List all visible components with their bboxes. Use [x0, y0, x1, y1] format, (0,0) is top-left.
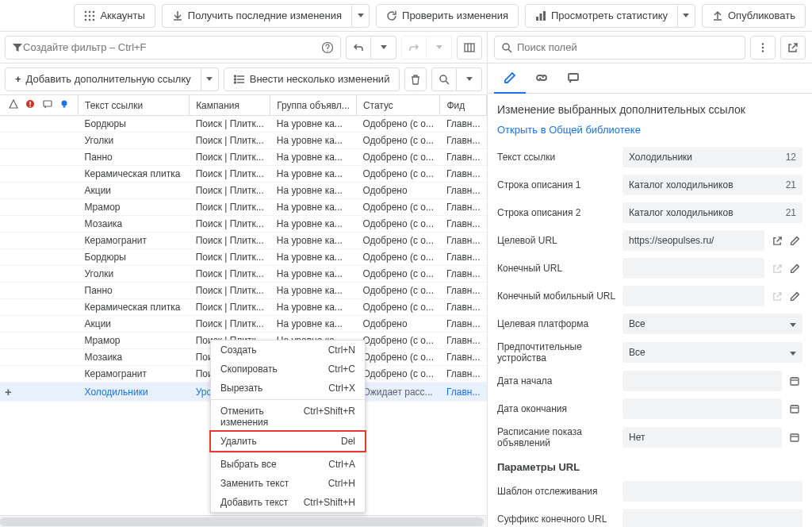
- table-row[interactable]: УголкиПоиск | Плитк...На уровне ка...Одо…: [0, 266, 487, 283]
- final-url-input[interactable]: [622, 258, 764, 279]
- plus-icon: +: [15, 73, 21, 85]
- horizontal-scrollbar[interactable]: [0, 515, 487, 527]
- end-date-input[interactable]: [622, 398, 782, 419]
- edit-mobile-icon[interactable]: [787, 288, 802, 304]
- more-button[interactable]: [750, 36, 776, 60]
- svg-rect-36: [791, 378, 799, 385]
- table-row[interactable]: БордюрыПоиск | Плитк...На уровне ка...Од…: [0, 249, 487, 266]
- find-caret[interactable]: [457, 67, 482, 91]
- check-changes-button[interactable]: Проверить изменения: [376, 4, 519, 28]
- cell-campaign: Поиск | Плитк...: [190, 216, 270, 233]
- bulk-edit-button[interactable]: Внести несколько изменений: [224, 67, 400, 91]
- col-campaign[interactable]: Кампания: [190, 95, 270, 116]
- suffix-input[interactable]: [622, 509, 802, 527]
- menu-replace[interactable]: Заменить текстCtrl+H: [211, 474, 365, 493]
- col-feed[interactable]: Фид: [440, 95, 487, 116]
- field-search-box[interactable]: [494, 36, 745, 60]
- calendar-schedule-icon[interactable]: [787, 429, 802, 445]
- scrollbar-thumb[interactable]: [0, 517, 484, 526]
- desc2-input[interactable]: Каталог холодильников21: [622, 202, 802, 223]
- mobile-url-input[interactable]: [622, 286, 764, 306]
- calendar-end-icon[interactable]: [787, 401, 802, 417]
- schedule-input[interactable]: Нет: [622, 427, 782, 448]
- view-stats-button[interactable]: Просмотреть статистику: [525, 4, 678, 28]
- redo-caret[interactable]: [427, 36, 452, 60]
- cell-status: Одобрено (с о...: [356, 266, 440, 283]
- table-row[interactable]: МозаикаПоиск | Плитк...На уровне ка...Од…: [0, 216, 487, 233]
- publish-button[interactable]: Опубликовать: [702, 4, 806, 28]
- target-url-input[interactable]: https://seopulses.ru/: [622, 230, 764, 251]
- table-row[interactable]: АкцииПоиск | Плитк...На уровне ка...Одоб…: [0, 183, 487, 199]
- menu-create[interactable]: СоздатьCtrl+N: [211, 340, 365, 360]
- tab-edit[interactable]: [494, 63, 526, 94]
- table-row[interactable]: МраморПоиск | Плитк...На уровне ка...Одо…: [0, 199, 487, 216]
- undo-button[interactable]: [346, 36, 371, 60]
- redo-icon: [408, 42, 419, 53]
- cell-text: Мрамор: [79, 333, 190, 349]
- platform-select[interactable]: Все: [622, 314, 802, 334]
- menu-delete[interactable]: УдалитьDel: [209, 430, 366, 452]
- filter-box[interactable]: [5, 36, 341, 60]
- link-text-input[interactable]: Холодильники12: [622, 147, 802, 167]
- svg-rect-40: [791, 406, 799, 413]
- col-icons-header[interactable]: [0, 95, 79, 116]
- tracking-input[interactable]: [622, 481, 802, 502]
- error-circle-icon: [25, 99, 35, 109]
- table-row[interactable]: УголкиПоиск | Плитк...На уровне ка...Одо…: [0, 133, 487, 149]
- calendar-start-icon[interactable]: [787, 373, 802, 389]
- menu-append[interactable]: Добавить текстCtrl+Shift+H: [211, 493, 365, 512]
- menu-copy[interactable]: СкопироватьCtrl+C: [211, 360, 365, 379]
- find-replace-button[interactable]: [431, 67, 457, 91]
- view-stats-caret[interactable]: [678, 4, 695, 28]
- col-link-text[interactable]: Текст ссылки: [79, 95, 190, 116]
- col-status[interactable]: Статус: [356, 95, 440, 116]
- table-row[interactable]: АкцииПоиск | Плитк...На уровне ка...Одоб…: [0, 316, 487, 333]
- desc1-input[interactable]: Каталог холодильников21: [622, 175, 802, 195]
- devices-select[interactable]: Все: [622, 342, 802, 363]
- help-icon[interactable]: [321, 41, 334, 54]
- row-icons-cell: [0, 266, 79, 283]
- columns-icon: [464, 42, 475, 53]
- columns-button[interactable]: [457, 36, 482, 60]
- add-sitelink-button[interactable]: + Добавить дополнительную ссылку: [5, 67, 201, 91]
- add-sitelink-caret[interactable]: [201, 67, 219, 91]
- filter-input[interactable]: [23, 41, 321, 53]
- redo-button[interactable]: [401, 36, 427, 60]
- cell-text: Бордюры: [79, 249, 190, 266]
- table-row[interactable]: Керамическая плиткаПоиск | Плитк...На ур…: [0, 166, 487, 183]
- svg-point-2: [93, 10, 95, 13]
- get-changes-caret[interactable]: [352, 4, 370, 28]
- cell-status: Ожидает расс...: [356, 383, 440, 402]
- svg-rect-35: [569, 74, 578, 80]
- col-adgroup[interactable]: Группа объявл...: [270, 95, 357, 116]
- add-indicator: +: [0, 383, 79, 402]
- accounts-button[interactable]: Аккаунты: [74, 4, 155, 28]
- tab-comment[interactable]: [557, 63, 589, 94]
- edit-url-icon[interactable]: [787, 233, 802, 248]
- menu-select-all[interactable]: Выбрать всеCtrl+A: [211, 455, 365, 474]
- link-icon: [535, 71, 548, 84]
- cell-status: Одобрено: [356, 316, 440, 333]
- menu-cut[interactable]: ВырезатьCtrl+X: [211, 379, 365, 398]
- table-row[interactable]: ПанноПоиск | Плитк...На уровне ка...Одоб…: [0, 283, 487, 299]
- menu-revert[interactable]: Отменить измененияCtrl+Shift+R: [211, 402, 365, 432]
- get-changes-button[interactable]: Получить последние изменения: [162, 4, 352, 28]
- table-row[interactable]: ПанноПоиск | Плитк...На уровне ка...Одоб…: [0, 149, 487, 166]
- tab-links[interactable]: [526, 63, 557, 94]
- chevron-down-icon: [790, 323, 796, 327]
- table-row[interactable]: Керамическая плиткаПоиск | Плитк...На ур…: [0, 299, 487, 316]
- popout-url-icon[interactable]: [769, 233, 785, 248]
- cell-campaign: Поиск | Плитк...: [190, 266, 270, 283]
- undo-caret[interactable]: [371, 36, 396, 60]
- cell-status: Одобрено (с о...: [356, 216, 440, 233]
- open-library-link[interactable]: Открыть в Общей библиотеке: [497, 124, 641, 136]
- edit-final-icon[interactable]: [787, 260, 802, 276]
- table-row[interactable]: КерамогранитПоиск | Плитк...На уровне ка…: [0, 233, 487, 249]
- field-search-input[interactable]: [517, 41, 738, 53]
- suffix-label: Суффикс конечного URL: [497, 514, 622, 525]
- delete-button[interactable]: [404, 67, 427, 91]
- popout-button[interactable]: [780, 36, 806, 60]
- start-date-input[interactable]: [622, 371, 782, 391]
- table-row[interactable]: БордюрыПоиск | Плитк...На уровне ка...Од…: [0, 116, 487, 133]
- svg-rect-13: [465, 44, 474, 52]
